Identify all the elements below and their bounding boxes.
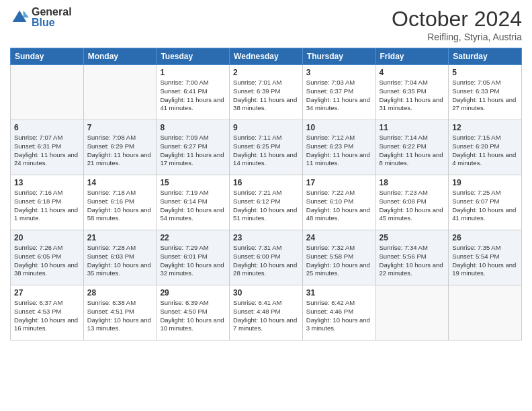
week-row-4: 20Sunrise: 7:26 AM Sunset: 6:05 PM Dayli…: [11, 230, 522, 285]
day-cell: 27Sunrise: 6:37 AM Sunset: 4:53 PM Dayli…: [11, 285, 84, 340]
day-info: Sunrise: 7:04 AM Sunset: 6:35 PM Dayligh…: [380, 79, 445, 113]
day-info: Sunrise: 6:38 AM Sunset: 4:51 PM Dayligh…: [87, 299, 153, 333]
day-cell: 20Sunrise: 7:26 AM Sunset: 6:05 PM Dayli…: [11, 230, 84, 285]
day-info: Sunrise: 6:41 AM Sunset: 4:48 PM Dayligh…: [233, 299, 299, 333]
day-number: 19: [452, 178, 518, 187]
day-info: Sunrise: 6:37 AM Sunset: 4:53 PM Dayligh…: [14, 299, 80, 333]
day-info: Sunrise: 7:00 AM Sunset: 6:41 PM Dayligh…: [160, 79, 226, 113]
day-cell: 8Sunrise: 7:09 AM Sunset: 6:27 PM Daylig…: [157, 120, 230, 175]
logo-icon: [10, 8, 29, 27]
day-info: Sunrise: 7:07 AM Sunset: 6:31 PM Dayligh…: [14, 134, 80, 168]
day-cell: 5Sunrise: 7:05 AM Sunset: 6:33 PM Daylig…: [449, 65, 522, 120]
day-cell: [11, 65, 84, 120]
day-info: Sunrise: 7:35 AM Sunset: 5:54 PM Dayligh…: [452, 244, 518, 278]
header: General Blue October 2024 Reifling, Styr…: [10, 7, 522, 42]
day-number: 13: [14, 178, 80, 187]
day-info: Sunrise: 7:11 AM Sunset: 6:25 PM Dayligh…: [233, 134, 299, 168]
day-number: 20: [14, 233, 80, 242]
day-info: Sunrise: 7:31 AM Sunset: 6:00 PM Dayligh…: [233, 244, 299, 278]
day-info: Sunrise: 7:03 AM Sunset: 6:37 PM Dayligh…: [306, 79, 372, 113]
header-thursday: Thursday: [302, 48, 375, 65]
day-cell: 28Sunrise: 6:38 AM Sunset: 4:51 PM Dayli…: [83, 285, 157, 340]
day-cell: 29Sunrise: 6:39 AM Sunset: 4:50 PM Dayli…: [157, 285, 230, 340]
day-number: 29: [160, 288, 226, 298]
day-number: 4: [380, 68, 445, 77]
day-info: Sunrise: 7:28 AM Sunset: 6:03 PM Dayligh…: [87, 244, 153, 278]
day-cell: 31Sunrise: 6:42 AM Sunset: 4:46 PM Dayli…: [302, 285, 375, 340]
day-number: 26: [452, 233, 518, 242]
day-info: Sunrise: 7:16 AM Sunset: 6:18 PM Dayligh…: [14, 189, 80, 223]
day-info: Sunrise: 7:19 AM Sunset: 6:14 PM Dayligh…: [160, 189, 226, 223]
day-cell: 24Sunrise: 7:32 AM Sunset: 5:58 PM Dayli…: [302, 230, 375, 285]
day-info: Sunrise: 7:05 AM Sunset: 6:33 PM Dayligh…: [452, 79, 518, 113]
week-row-2: 6Sunrise: 7:07 AM Sunset: 6:31 PM Daylig…: [11, 120, 522, 175]
location: Reifling, Styria, Austria: [392, 32, 522, 42]
day-number: 6: [14, 123, 80, 132]
header-tuesday: Tuesday: [157, 48, 230, 65]
week-row-3: 13Sunrise: 7:16 AM Sunset: 6:18 PM Dayli…: [11, 175, 522, 230]
day-number: 24: [306, 233, 372, 242]
day-cell: [375, 285, 449, 340]
day-cell: 30Sunrise: 6:41 AM Sunset: 4:48 PM Dayli…: [230, 285, 303, 340]
day-cell: 10Sunrise: 7:12 AM Sunset: 6:23 PM Dayli…: [302, 120, 375, 175]
header-wednesday: Wednesday: [230, 48, 303, 65]
day-info: Sunrise: 7:15 AM Sunset: 6:20 PM Dayligh…: [452, 134, 518, 168]
day-number: 30: [233, 288, 299, 298]
day-cell: 2Sunrise: 7:01 AM Sunset: 6:39 PM Daylig…: [230, 65, 303, 120]
day-number: 17: [306, 178, 372, 187]
day-number: 23: [233, 233, 299, 242]
day-info: Sunrise: 6:42 AM Sunset: 4:46 PM Dayligh…: [306, 299, 372, 333]
day-cell: 9Sunrise: 7:11 AM Sunset: 6:25 PM Daylig…: [230, 120, 303, 175]
day-number: 16: [233, 178, 299, 187]
day-number: 25: [380, 233, 445, 242]
day-cell: 17Sunrise: 7:22 AM Sunset: 6:10 PM Dayli…: [302, 175, 375, 230]
day-info: Sunrise: 7:26 AM Sunset: 6:05 PM Dayligh…: [14, 244, 80, 278]
day-number: 7: [87, 123, 153, 132]
day-cell: 19Sunrise: 7:25 AM Sunset: 6:07 PM Dayli…: [449, 175, 522, 230]
day-info: Sunrise: 7:32 AM Sunset: 5:58 PM Dayligh…: [306, 244, 372, 278]
day-cell: 13Sunrise: 7:16 AM Sunset: 6:18 PM Dayli…: [11, 175, 84, 230]
day-info: Sunrise: 7:29 AM Sunset: 6:01 PM Dayligh…: [160, 244, 226, 278]
day-number: 10: [306, 123, 372, 132]
weekday-header-row: Sunday Monday Tuesday Wednesday Thursday…: [11, 48, 522, 65]
day-cell: 16Sunrise: 7:21 AM Sunset: 6:12 PM Dayli…: [230, 175, 303, 230]
day-number: 21: [87, 233, 153, 242]
day-number: 14: [87, 178, 153, 187]
day-number: 9: [233, 123, 299, 132]
day-number: 2: [233, 68, 299, 77]
header-saturday: Saturday: [449, 48, 522, 65]
day-number: 1: [160, 68, 226, 77]
day-info: Sunrise: 7:34 AM Sunset: 5:56 PM Dayligh…: [380, 244, 445, 278]
day-cell: 25Sunrise: 7:34 AM Sunset: 5:56 PM Dayli…: [375, 230, 449, 285]
day-number: 27: [14, 288, 80, 298]
logo-blue-text: Blue: [32, 17, 72, 28]
day-cell: 1Sunrise: 7:00 AM Sunset: 6:41 PM Daylig…: [157, 65, 230, 120]
week-row-5: 27Sunrise: 6:37 AM Sunset: 4:53 PM Dayli…: [11, 285, 522, 340]
header-sunday: Sunday: [11, 48, 84, 65]
day-info: Sunrise: 7:08 AM Sunset: 6:29 PM Dayligh…: [87, 134, 153, 168]
title-section: October 2024 Reifling, Styria, Austria: [392, 7, 522, 42]
day-cell: 11Sunrise: 7:14 AM Sunset: 6:22 PM Dayli…: [375, 120, 449, 175]
day-cell: [83, 65, 157, 120]
day-info: Sunrise: 7:22 AM Sunset: 6:10 PM Dayligh…: [306, 189, 372, 223]
day-cell: 18Sunrise: 7:23 AM Sunset: 6:08 PM Dayli…: [375, 175, 449, 230]
day-info: Sunrise: 7:01 AM Sunset: 6:39 PM Dayligh…: [233, 79, 299, 113]
day-info: Sunrise: 7:09 AM Sunset: 6:27 PM Dayligh…: [160, 134, 226, 168]
day-cell: 15Sunrise: 7:19 AM Sunset: 6:14 PM Dayli…: [157, 175, 230, 230]
day-info: Sunrise: 7:21 AM Sunset: 6:12 PM Dayligh…: [233, 189, 299, 223]
calendar: Sunday Monday Tuesday Wednesday Thursday…: [10, 48, 522, 340]
header-monday: Monday: [83, 48, 157, 65]
day-number: 31: [306, 288, 372, 298]
day-cell: 22Sunrise: 7:29 AM Sunset: 6:01 PM Dayli…: [157, 230, 230, 285]
day-number: 11: [380, 123, 445, 132]
day-info: Sunrise: 7:23 AM Sunset: 6:08 PM Dayligh…: [380, 189, 445, 223]
day-number: 18: [380, 178, 445, 187]
day-number: 3: [306, 68, 372, 77]
day-cell: 14Sunrise: 7:18 AM Sunset: 6:16 PM Dayli…: [83, 175, 157, 230]
day-info: Sunrise: 6:39 AM Sunset: 4:50 PM Dayligh…: [160, 299, 226, 333]
day-cell: 6Sunrise: 7:07 AM Sunset: 6:31 PM Daylig…: [11, 120, 84, 175]
day-info: Sunrise: 7:18 AM Sunset: 6:16 PM Dayligh…: [87, 189, 153, 223]
svg-marker-1: [24, 11, 29, 18]
day-cell: 21Sunrise: 7:28 AM Sunset: 6:03 PM Dayli…: [83, 230, 157, 285]
day-number: 28: [87, 288, 153, 298]
